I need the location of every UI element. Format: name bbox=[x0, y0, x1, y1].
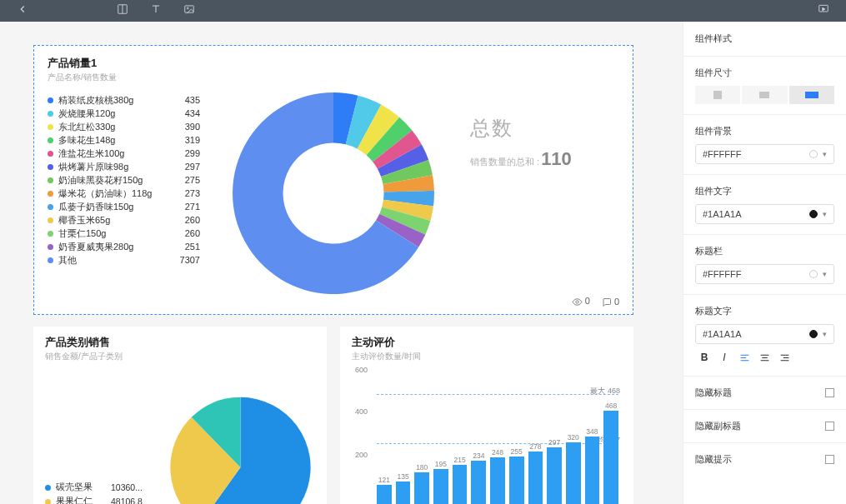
views-icon[interactable]: 0 bbox=[572, 296, 590, 307]
hide-title-checkbox[interactable] bbox=[825, 388, 834, 397]
hide-hint-label: 隐藏提示 bbox=[695, 453, 732, 466]
hide-subtitle-label: 隐藏副标题 bbox=[695, 420, 741, 432]
ytick: 600 bbox=[355, 366, 368, 374]
panel-title: 组件样式 bbox=[683, 22, 846, 56]
legend: 精装纸皮核桃380g435炭烧腰果120g434东北红松330g390多味花生1… bbox=[48, 93, 200, 298]
svg-point-4 bbox=[576, 301, 578, 303]
donut-chart bbox=[228, 88, 438, 298]
kpi-title: 总数 bbox=[470, 115, 572, 142]
insert-image-icon[interactable] bbox=[183, 3, 195, 18]
toolbar bbox=[117, 3, 195, 18]
size-label: 组件尺寸 bbox=[695, 67, 834, 79]
titlebar-color-field[interactable]: #FFFFFF▾ bbox=[695, 264, 834, 284]
ytick: 400 bbox=[355, 407, 368, 416]
pie-chart bbox=[166, 389, 315, 504]
widget-title: 产品销量1 bbox=[48, 56, 619, 71]
legend-item[interactable]: 爆米花（奶油味）118g273 bbox=[48, 187, 200, 200]
legend-item[interactable]: 烘烤薯片原味98g297 bbox=[48, 160, 200, 173]
insert-chart-icon[interactable] bbox=[117, 3, 128, 18]
legend-item[interactable]: 精装纸皮核桃380g435 bbox=[48, 93, 200, 107]
legend-item[interactable]: 奶香夏威夷果280g251 bbox=[48, 240, 200, 253]
widget-subtitle: 销售金额/产品子类别 bbox=[45, 351, 315, 362]
comments-icon[interactable]: 0 bbox=[602, 297, 619, 307]
size-small-button[interactable] bbox=[695, 86, 740, 104]
bold-button[interactable]: B bbox=[695, 349, 713, 366]
kpi-label: 销售数量的总和 :110 bbox=[470, 148, 572, 170]
legend-item[interactable]: 其他7307 bbox=[48, 253, 200, 267]
legend-item[interactable]: 椰香玉米65g260 bbox=[48, 213, 200, 227]
widget-category-sales[interactable]: 产品类别销售 销售金额/产品子类别 碳壳坚果10360...果果仁仁48106.… bbox=[33, 327, 327, 504]
widget-subtitle: 主动评价数量/时间 bbox=[352, 351, 622, 362]
legend-item[interactable]: 多味花生148g319 bbox=[48, 133, 200, 147]
bg-color-field[interactable]: #FFFFFF▾ bbox=[695, 144, 834, 164]
widget-subtitle: 产品名称/销售数量 bbox=[48, 72, 619, 83]
size-large-button[interactable] bbox=[789, 86, 834, 104]
hide-title-label: 隐藏标题 bbox=[695, 387, 732, 399]
bg-label: 组件背景 bbox=[695, 125, 834, 137]
align-left-button[interactable] bbox=[735, 349, 753, 366]
canvas[interactable]: 产品销量1 产品名称/销售数量 精装纸皮核桃380g435炭烧腰果120g434… bbox=[0, 22, 683, 504]
legend-item[interactable]: 瓜蒌子奶香味150g271 bbox=[48, 200, 200, 213]
back-icon[interactable] bbox=[17, 3, 28, 18]
side-panel: 组件样式 组件尺寸 组件背景 #FFFFFF▾ 组件文字 #1A1A1A▾ 标题… bbox=[683, 22, 846, 504]
legend-item[interactable]: 奶油味黑葵花籽150g275 bbox=[48, 173, 200, 187]
kpi-block: 总数 销售数量的总和 :110 bbox=[470, 115, 572, 298]
ytick: 200 bbox=[355, 451, 368, 459]
align-center-button[interactable] bbox=[755, 349, 773, 366]
text-label: 组件文字 bbox=[695, 185, 834, 197]
present-icon[interactable] bbox=[818, 3, 829, 18]
legend-item[interactable]: 果果仁仁48106.8 bbox=[45, 495, 158, 505]
legend-item[interactable]: 炭烧腰果120g434 bbox=[48, 107, 200, 120]
align-right-button[interactable] bbox=[775, 349, 793, 366]
widget-footer: 0 0 bbox=[572, 296, 619, 307]
legend-item[interactable]: 东北红松330g390 bbox=[48, 120, 200, 133]
widget-active-reviews[interactable]: 主动评价 主动评价数量/时间 600 400 200 最大 468 平均 237… bbox=[340, 327, 633, 504]
widget-title: 产品类别销售 bbox=[45, 335, 315, 350]
legend-item[interactable]: 淮盐花生米100g299 bbox=[48, 147, 200, 160]
widget-title: 主动评价 bbox=[352, 335, 622, 350]
size-buttons bbox=[695, 86, 834, 104]
kpi-value: 110 bbox=[541, 148, 572, 169]
titletext-color-field[interactable]: #1A1A1A▾ bbox=[695, 324, 834, 344]
topbar bbox=[0, 0, 846, 22]
titletext-label: 标题文字 bbox=[695, 305, 834, 317]
insert-text-icon[interactable] bbox=[150, 3, 162, 18]
widget-product-sales-1[interactable]: 产品销量1 产品名称/销售数量 精装纸皮核桃380g435炭烧腰果120g434… bbox=[33, 45, 633, 315]
svg-point-2 bbox=[187, 7, 188, 9]
hide-subtitle-checkbox[interactable] bbox=[825, 422, 834, 431]
titlebar-label: 标题栏 bbox=[695, 245, 834, 257]
legend: 碳壳坚果10360...果果仁仁48106.8特惠炒货21288.... bbox=[45, 481, 158, 505]
text-color-field[interactable]: #1A1A1A▾ bbox=[695, 204, 834, 224]
legend-item[interactable]: 甘栗仁150g260 bbox=[48, 227, 200, 240]
hide-hint-checkbox[interactable] bbox=[825, 455, 834, 464]
size-medium-button[interactable] bbox=[742, 86, 787, 104]
legend-item[interactable]: 碳壳坚果10360... bbox=[45, 481, 158, 495]
bar-chart: 600 400 200 最大 468 平均 237 12113518019521… bbox=[352, 366, 622, 504]
italic-button[interactable]: I bbox=[715, 349, 733, 366]
